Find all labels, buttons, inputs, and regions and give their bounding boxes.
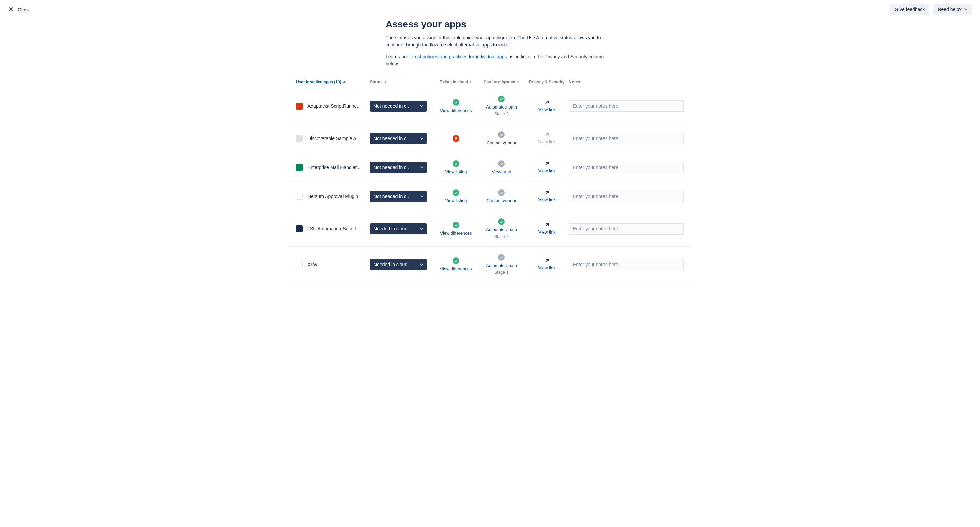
app-icon	[296, 103, 303, 110]
close-label: Close	[18, 7, 30, 13]
migrated-badge	[498, 218, 505, 225]
status-dropdown[interactable]: Not needed in c...	[370, 101, 427, 112]
exists-link[interactable]: View differences	[440, 266, 472, 271]
status-dropdown[interactable]: Not needed in c...	[370, 191, 427, 202]
app-icon	[296, 261, 303, 268]
table-row: Herzum Approval PluginNot needed in c...…	[288, 182, 692, 211]
status-cell: Not needed in c...	[370, 133, 434, 144]
migrated-link[interactable]: Contact vendor	[487, 198, 516, 203]
status-dropdown[interactable]: Needed in cloud	[370, 259, 427, 270]
page-description: The statuses you assign in this table gu…	[386, 34, 608, 48]
svg-marker-4	[385, 82, 386, 83]
status-dropdown[interactable]: Not needed in c...	[370, 162, 427, 173]
migrated-cell: Contact vendor	[478, 131, 525, 145]
migrated-link[interactable]: Automated path	[486, 104, 517, 110]
notes-input[interactable]	[569, 101, 684, 112]
svg-marker-8	[517, 82, 519, 83]
app-cell: Herzum Approval Plugin	[296, 193, 370, 200]
privacy-link[interactable]: View link	[538, 197, 555, 202]
svg-line-12	[546, 133, 548, 136]
exists-link[interactable]: View listing	[445, 169, 467, 174]
exists-link[interactable]: View differences	[440, 108, 472, 113]
privacy-link[interactable]: View link	[538, 265, 555, 270]
app-cell: Discoverable Sample A...	[296, 135, 370, 142]
exists-badge	[453, 257, 459, 264]
privacy-cell: View link	[525, 190, 569, 202]
privacy-link: View link	[538, 139, 555, 144]
migrated-badge	[498, 254, 505, 261]
notes-cell	[569, 259, 684, 270]
migrated-link[interactable]: View path	[492, 169, 511, 174]
sort-icon	[469, 80, 472, 83]
table-row: Discoverable Sample A...Not needed in c.…	[288, 124, 692, 153]
column-header-notes: Notes	[569, 80, 684, 84]
external-link-icon	[544, 223, 549, 227]
privacy-cell: View link	[525, 100, 569, 112]
notes-input[interactable]	[569, 162, 684, 173]
exists-cell: View listing	[434, 189, 478, 203]
migrated-stage: Stage 1	[495, 270, 508, 275]
external-link-icon	[544, 259, 549, 263]
migrated-cell: Contact vendor	[478, 189, 525, 203]
svg-line-15	[546, 224, 548, 227]
table-row: JSU Automation Suite f...Needed in cloud…	[288, 211, 692, 247]
give-feedback-button[interactable]: Give feedback	[890, 4, 930, 15]
notes-input[interactable]	[569, 191, 684, 202]
exists-cell	[434, 135, 478, 142]
notes-input[interactable]	[569, 223, 684, 235]
status-dropdown[interactable]: Not needed in c...	[370, 133, 427, 144]
privacy-cell: View link	[525, 223, 569, 235]
privacy-link[interactable]: View link	[538, 107, 555, 112]
exists-link[interactable]: View listing	[445, 198, 467, 203]
svg-line-14	[546, 192, 548, 194]
migrated-cell: Automated pathStage 2	[478, 96, 525, 116]
migrated-link[interactable]: Automated path	[486, 263, 517, 268]
learn-paragraph: Learn about trust policies and practices…	[386, 53, 608, 67]
privacy-link[interactable]: View link	[538, 230, 555, 235]
col-migrated-label: Can be migrated	[484, 80, 515, 84]
status-cell: Needed in cloud	[370, 224, 434, 234]
column-header-exists[interactable]: Exists in cloud	[434, 80, 478, 84]
svg-marker-5	[470, 80, 471, 81]
chevron-down-icon	[420, 263, 423, 266]
column-header-apps[interactable]: User installed apps (13)	[296, 80, 370, 84]
app-icon	[296, 225, 303, 232]
top-right-actions: Give feedback Need help?	[890, 4, 972, 15]
column-header-status[interactable]: Status	[370, 80, 434, 84]
exists-badge	[453, 189, 459, 196]
notes-input[interactable]	[569, 259, 684, 270]
col-privacy-label: Privacy & Security	[529, 80, 565, 84]
privacy-cell: View link	[525, 259, 569, 270]
app-name: Xray	[307, 262, 317, 267]
app-cell: Adaptavist ScriptRunne...	[296, 103, 370, 110]
privacy-link[interactable]: View link	[538, 168, 555, 173]
table-row: Enterprise Mail Handler...Not needed in …	[288, 153, 692, 182]
app-icon	[296, 193, 303, 200]
exists-cell: View listing	[434, 160, 478, 174]
trust-policies-link[interactable]: trust policies and practices for individ…	[412, 54, 507, 59]
chevron-down-icon	[420, 195, 423, 198]
need-help-button[interactable]: Need help?	[933, 4, 972, 15]
migrated-cell: Automated pathStage 2	[478, 218, 525, 239]
app-name: Adaptavist ScriptRunne...	[307, 104, 361, 109]
table-row: Adaptavist ScriptRunne...Not needed in c…	[288, 88, 692, 124]
notes-input[interactable]	[569, 133, 684, 144]
exists-link[interactable]: View differences	[440, 230, 472, 236]
notes-cell	[569, 191, 684, 202]
migrated-text: Contact vendor	[487, 140, 516, 145]
page-title: Assess your apps	[386, 19, 608, 30]
notes-cell	[569, 162, 684, 173]
status-dropdown[interactable]: Needed in cloud	[370, 224, 427, 234]
close-button[interactable]: Close	[8, 6, 30, 13]
migrated-badge	[498, 131, 505, 138]
close-icon	[8, 6, 14, 13]
app-name: Herzum Approval Plugin	[307, 194, 358, 199]
column-header-migrated[interactable]: Can be migrated	[478, 80, 525, 84]
exists-cell: View differences	[434, 222, 478, 236]
migrated-badge	[498, 96, 505, 102]
app-name: Enterprise Mail Handler...	[307, 165, 360, 170]
external-link-icon	[544, 161, 549, 166]
status-value: Needed in cloud	[374, 262, 407, 267]
migrated-link[interactable]: Automated path	[486, 227, 517, 232]
migrated-badge	[498, 160, 505, 167]
